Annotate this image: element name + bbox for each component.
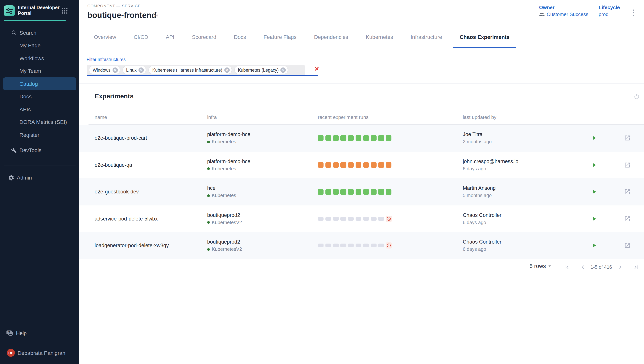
star-outline-icon[interactable]: ☆ xyxy=(153,11,159,18)
run-square-green[interactable] xyxy=(333,189,339,195)
run-square-gray[interactable] xyxy=(333,217,339,221)
run-square-gray[interactable] xyxy=(363,217,369,221)
chip-remove-icon[interactable]: ✕ xyxy=(281,67,286,72)
run-square-green[interactable] xyxy=(326,135,331,141)
open-in-new-icon[interactable] xyxy=(624,242,631,249)
filter-infrastructures-label[interactable]: Filter Infrastructures xyxy=(87,57,126,62)
sidebar-user[interactable]: DP Debabrata Panigrahi xyxy=(7,349,67,357)
chip-remove-icon[interactable]: ✕ xyxy=(139,67,144,72)
chip-remove-icon[interactable]: ✕ xyxy=(224,67,229,72)
harness-idp-logo-icon[interactable] xyxy=(4,5,15,16)
run-square-orange[interactable] xyxy=(326,162,331,168)
run-square-green[interactable] xyxy=(348,135,354,141)
run-square-green[interactable] xyxy=(363,135,369,141)
run-square-gray[interactable] xyxy=(371,217,377,221)
open-in-new-icon[interactable] xyxy=(624,135,631,142)
chip-remove-icon[interactable]: ✕ xyxy=(112,67,118,72)
run-square-gray[interactable] xyxy=(378,244,384,248)
filter-input[interactable]: Windows ✕ Linux ✕ Kubernetes (Harness In… xyxy=(87,65,305,75)
prev-page-button[interactable] xyxy=(579,264,586,270)
run-square-gray[interactable] xyxy=(326,217,331,221)
run-square-orange[interactable] xyxy=(371,162,377,168)
table-row-e2e-boutique-qa[interactable]: e2e-boutique-qa platform-demo-hce Kubern… xyxy=(79,152,644,178)
run-square-gray[interactable] xyxy=(378,217,384,221)
run-square-gray[interactable] xyxy=(348,244,354,248)
table-row-loadgenerator-pod-delete-xw3qy[interactable]: loadgenerator-pod-delete-xw3qy boutiquep… xyxy=(79,232,644,259)
run-experiment-play-icon[interactable] xyxy=(591,135,597,142)
run-experiment-play-icon[interactable] xyxy=(591,215,597,222)
grid-dots-icon[interactable] xyxy=(62,8,68,14)
owner-label[interactable]: Owner xyxy=(539,4,554,10)
run-square-gray[interactable] xyxy=(318,217,324,221)
lifecycle-label[interactable]: Lifecycle xyxy=(599,4,620,10)
tab-docs[interactable]: Docs xyxy=(225,26,255,48)
filter-chip-windows[interactable]: Windows ✕ xyxy=(89,66,120,74)
sidebar-item-devtools[interactable]: DevTools xyxy=(0,144,79,157)
run-square-green[interactable] xyxy=(386,189,392,195)
run-experiment-play-icon[interactable] xyxy=(591,188,597,195)
sidebar-item-dora-metrics-sei[interactable]: DORA Metrics (SEI) xyxy=(0,116,79,128)
tab-chaos-experiments[interactable]: Chaos Experiments xyxy=(451,26,518,48)
run-square-gray[interactable] xyxy=(326,244,331,248)
sidebar-item-apis[interactable]: APIs xyxy=(0,103,79,116)
tab-feature-flags[interactable]: Feature Flags xyxy=(255,26,305,48)
run-experiment-play-icon[interactable] xyxy=(591,242,597,249)
run-square-green[interactable] xyxy=(371,135,377,141)
run-square-green[interactable] xyxy=(371,189,377,195)
run-square-gray[interactable] xyxy=(356,244,362,248)
run-square-orange[interactable] xyxy=(348,162,354,168)
table-row-adservice-pod-delete-5lwbx[interactable]: adservice-pod-delete-5lwbx boutiqueprod2… xyxy=(79,205,644,232)
run-square-gray[interactable] xyxy=(371,244,377,248)
sidebar-item-catalog[interactable]: Catalog xyxy=(3,77,76,90)
run-square-gray[interactable] xyxy=(363,244,369,248)
run-square-orange[interactable] xyxy=(341,162,347,168)
run-square-green[interactable] xyxy=(363,189,369,195)
run-square-gray[interactable] xyxy=(356,217,362,221)
rows-per-page-select[interactable]: 5 rows xyxy=(530,263,553,269)
run-square-green[interactable] xyxy=(326,189,331,195)
run-square-green[interactable] xyxy=(341,135,347,141)
owner-value[interactable]: Customer Success xyxy=(539,12,588,17)
sidebar-item-search[interactable]: Search xyxy=(0,26,79,39)
run-square-gray[interactable] xyxy=(341,217,347,221)
run-square-green[interactable] xyxy=(341,189,347,195)
kebab-menu-icon[interactable] xyxy=(632,9,635,17)
clear-filters-icon[interactable]: ✕ xyxy=(314,66,319,72)
sidebar-item-register[interactable]: Register xyxy=(0,128,79,141)
refresh-icon[interactable] xyxy=(633,94,640,100)
run-square-gray[interactable] xyxy=(341,244,347,248)
run-experiment-play-icon[interactable] xyxy=(591,162,597,168)
run-square-orange[interactable] xyxy=(333,162,339,168)
first-page-button[interactable] xyxy=(563,264,570,270)
run-square-green[interactable] xyxy=(348,189,354,195)
run-square-orange[interactable] xyxy=(363,162,369,168)
last-page-button[interactable] xyxy=(633,264,640,270)
table-row-e2e-guestbook-dev[interactable]: e2e-guestbook-dev hce Kubernetes Martin … xyxy=(79,178,644,205)
run-square-orange[interactable] xyxy=(318,162,324,168)
sidebar-item-my-page[interactable]: My Page xyxy=(0,39,79,52)
run-square-green[interactable] xyxy=(356,135,362,141)
sidebar-item-admin[interactable]: Admin xyxy=(0,171,79,184)
open-in-new-icon[interactable] xyxy=(624,216,631,222)
run-square-green[interactable] xyxy=(318,135,324,141)
run-square-gray[interactable] xyxy=(318,244,324,248)
filter-chip-linux[interactable]: Linux ✕ xyxy=(122,66,146,74)
tab-scorecard[interactable]: Scorecard xyxy=(183,26,225,48)
run-square-green[interactable] xyxy=(318,189,324,195)
table-row-e2e-boutique-prod-cart[interactable]: e2e-boutique-prod-cart platform-demo-hce… xyxy=(79,125,644,152)
tab-ci-cd[interactable]: CI/CD xyxy=(125,26,157,48)
run-square-green[interactable] xyxy=(378,135,384,141)
sidebar-item-docs[interactable]: Docs xyxy=(0,90,79,103)
sidebar-item-my-team[interactable]: My Team xyxy=(0,64,79,77)
run-square-green[interactable] xyxy=(386,135,392,141)
run-square-gray[interactable] xyxy=(348,217,354,221)
filter-chip-kubernetes-legacy[interactable]: Kubernetes (Legacy) ✕ xyxy=(234,66,288,74)
open-in-new-icon[interactable] xyxy=(624,162,631,168)
tab-infrastructure[interactable]: Infrastructure xyxy=(402,26,451,48)
run-square-orange[interactable] xyxy=(356,162,362,168)
run-square-green[interactable] xyxy=(378,189,384,195)
sidebar-item-help[interactable]: ? Help xyxy=(6,330,27,336)
run-square-orange[interactable] xyxy=(378,162,384,168)
tab-overview[interactable]: Overview xyxy=(85,26,125,48)
sidebar-item-workflows[interactable]: Workflows xyxy=(0,52,79,64)
